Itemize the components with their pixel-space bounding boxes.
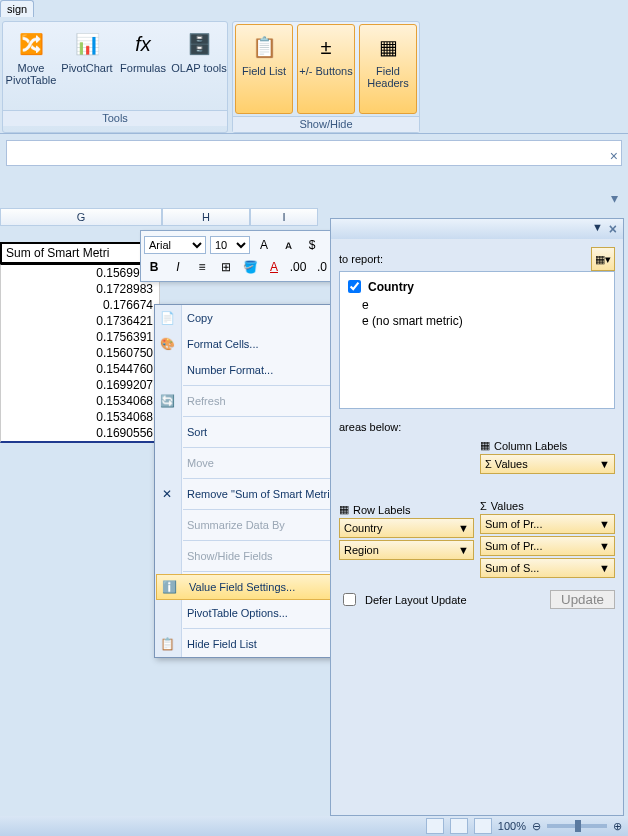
panel-to-report-label: to report: <box>339 253 383 265</box>
field-headers-button[interactable]: ▦ Field Headers <box>359 24 417 114</box>
bold-button[interactable]: B <box>144 258 164 276</box>
defer-row: Defer Layout Update Update <box>339 590 615 609</box>
field-list-box[interactable]: Country e e (no smart metric) <box>339 271 615 409</box>
field-country-checkbox[interactable] <box>348 280 361 293</box>
value-cell[interactable]: 0.1690556 <box>0 425 160 443</box>
ribbon: 🔀 Move PivotTable 📊 PivotChart fx Formul… <box>0 17 628 134</box>
group-label-tools: Tools <box>3 110 227 126</box>
defer-checkbox[interactable] <box>343 593 356 606</box>
ribbon-group-tools: 🔀 Move PivotTable 📊 PivotChart fx Formul… <box>2 21 228 133</box>
formula-bar[interactable] <box>6 140 622 166</box>
zoom-out-icon[interactable]: ⊖ <box>532 820 541 833</box>
field-e[interactable]: e <box>344 297 610 313</box>
center-align-icon[interactable]: ≡ <box>192 258 212 276</box>
move-pivottable-icon: 🔀 <box>15 28 47 60</box>
format-cells-icon: 🎨 <box>158 335 176 353</box>
refresh-icon: 🔄 <box>158 392 176 410</box>
field-country[interactable]: Country <box>344 276 610 297</box>
value-cell[interactable]: 0.1560750 <box>0 345 160 361</box>
chevron-down-icon: ▼ <box>458 544 469 556</box>
status-bar: 100% ⊖ ⊕ <box>0 816 628 836</box>
sum-pr-pill-2[interactable]: Sum of Pr...▼ <box>480 536 615 556</box>
zoom-level[interactable]: 100% <box>498 820 526 832</box>
group-label-showhide: Show/Hide <box>233 116 419 132</box>
col-header-i[interactable]: I <box>250 208 318 226</box>
plusminus-icon: ± <box>310 31 342 63</box>
shrink-font-icon[interactable]: ᴀ <box>278 236 298 254</box>
font-select[interactable]: Arial <box>144 236 206 254</box>
column-labels-header: ▦Column Labels <box>480 439 615 452</box>
region-pill[interactable]: Region▼ <box>339 540 474 560</box>
row-labels-icon: ▦ <box>339 503 349 516</box>
col-header-h[interactable]: H <box>162 208 250 226</box>
remove-icon: ✕ <box>158 485 176 503</box>
sum-pr-pill-1[interactable]: Sum of Pr...▼ <box>480 514 615 534</box>
formulas-icon: fx <box>127 28 159 60</box>
view-pagebreak-icon[interactable] <box>474 818 492 834</box>
chevron-down-icon: ▼ <box>599 518 610 530</box>
field-list-button[interactable]: 📋 Field List <box>235 24 293 114</box>
borders-icon[interactable]: ⊞ <box>216 258 236 276</box>
pivot-header-cell[interactable]: Sum of Smart Metri <box>0 242 162 264</box>
row-labels-header: ▦Row Labels <box>339 503 474 516</box>
value-cell[interactable]: 0.1534068 <box>0 393 160 409</box>
formulas-button[interactable]: fx Formulas <box>115 22 171 110</box>
view-layout-icon[interactable] <box>450 818 468 834</box>
grow-font-icon[interactable]: A <box>254 236 274 254</box>
chevron-down-icon: ▼ <box>458 522 469 534</box>
pivotchart-button[interactable]: 📊 PivotChart <box>59 22 115 110</box>
accounting-format-icon[interactable]: $ <box>302 236 322 254</box>
zoom-slider[interactable] <box>547 824 607 828</box>
value-cell[interactable]: 0.1736421 <box>0 313 160 329</box>
italic-button[interactable]: I <box>168 258 188 276</box>
values-pill[interactable]: Σ Values▼ <box>480 454 615 474</box>
value-cell[interactable]: 0.1699207 <box>0 377 160 393</box>
panel-layout-button[interactable]: ▦▾ <box>591 247 615 271</box>
field-headers-icon: ▦ <box>372 31 404 63</box>
olap-icon: 🗄️ <box>183 28 215 60</box>
olap-tools-button[interactable]: 🗄️ OLAP tools <box>171 22 227 110</box>
chevron-down-icon: ▼ <box>599 458 610 470</box>
chevron-down-icon[interactable]: ▾ <box>611 190 618 206</box>
value-cell[interactable]: 0.1728983 <box>0 281 160 297</box>
value-cell[interactable]: 0.1756391 <box>0 329 160 345</box>
field-list-icon: 📋 <box>248 31 280 63</box>
sum-s-pill[interactable]: Sum of S...▼ <box>480 558 615 578</box>
panel-dropdown-icon[interactable]: ▼ <box>592 221 603 237</box>
plusminus-buttons-button[interactable]: ± +/- Buttons <box>297 24 355 114</box>
ribbon-group-showhide: 📋 Field List ± +/- Buttons ▦ Field Heade… <box>232 21 420 133</box>
value-cell[interactable]: 0.1569985 <box>0 264 160 281</box>
ribbon-tab[interactable]: sign <box>0 0 34 17</box>
fill-color-icon[interactable]: 🪣 <box>240 258 260 276</box>
close-icon[interactable]: × <box>610 148 618 164</box>
increase-decimal-icon[interactable]: .00 <box>288 258 308 276</box>
field-nosmart[interactable]: e (no smart metric) <box>344 313 610 329</box>
font-color-icon[interactable]: A <box>264 258 284 276</box>
country-pill[interactable]: Country▼ <box>339 518 474 538</box>
defer-label: Defer Layout Update <box>365 594 467 606</box>
chevron-down-icon: ▼ <box>599 562 610 574</box>
zoom-in-icon[interactable]: ⊕ <box>613 820 622 833</box>
pivotchart-icon: 📊 <box>71 28 103 60</box>
decrease-decimal-icon[interactable]: .0 <box>312 258 332 276</box>
areas-label: areas below: <box>339 421 615 433</box>
pivot-field-list-panel: ▼ × to report: ▦▾ Country e e (no smart … <box>330 218 624 816</box>
column-labels-icon: ▦ <box>480 439 490 452</box>
view-normal-icon[interactable] <box>426 818 444 834</box>
value-cell[interactable]: 0.1544760 <box>0 361 160 377</box>
panel-close-icon[interactable]: × <box>609 221 617 237</box>
panel-header: ▼ × <box>331 219 623 239</box>
font-size-select[interactable]: 10 <box>210 236 250 254</box>
hide-list-icon: 📋 <box>158 635 176 653</box>
update-button[interactable]: Update <box>550 590 615 609</box>
values-header: ΣValues <box>480 500 615 512</box>
move-pivottable-button[interactable]: 🔀 Move PivotTable <box>3 22 59 110</box>
col-header-g[interactable]: G <box>0 208 162 226</box>
value-field-icon: ℹ️ <box>160 578 178 596</box>
value-cell[interactable]: 0.176674 <box>0 297 160 313</box>
value-cell[interactable]: 0.1534068 <box>0 409 160 425</box>
chevron-down-icon: ▼ <box>599 540 610 552</box>
copy-icon: 📄 <box>158 309 176 327</box>
